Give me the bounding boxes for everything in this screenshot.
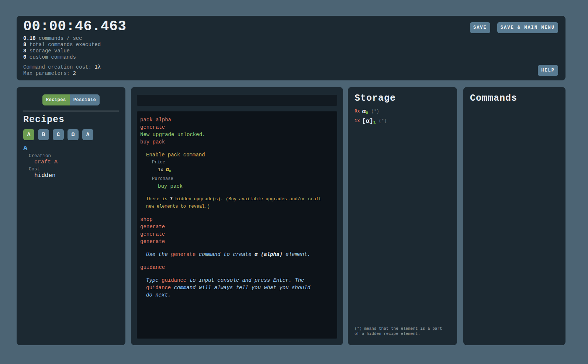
element-button-B[interactable]: B bbox=[38, 129, 49, 140]
console-input[interactable] bbox=[137, 95, 337, 106]
stat-line: 0 custom commands bbox=[23, 54, 101, 60]
stats-list: 0.18 commands / sec8 total commands exec… bbox=[23, 35, 101, 60]
stat-line: 8 total commands executed bbox=[23, 42, 101, 48]
timer: 00:00:46.463 bbox=[23, 18, 127, 34]
storage-items: 0xα0(*)1x[α]1(*) bbox=[354, 107, 457, 125]
tab-recipes[interactable]: Recipes bbox=[42, 94, 70, 105]
console-log-line: generate bbox=[140, 124, 337, 131]
console-log-line: Price bbox=[152, 159, 337, 166]
console-log-line: shop bbox=[140, 216, 337, 223]
stat-line: 3 storage value bbox=[23, 48, 101, 54]
recipes-panel: RecipesPossible Recipes ABCΩΛ A Creation… bbox=[17, 87, 125, 345]
element-button-Ω[interactable]: Ω bbox=[68, 129, 79, 140]
console-log-line: Type guidance to input console and press… bbox=[146, 277, 337, 284]
commands-heading: Commands bbox=[470, 93, 565, 104]
console-log-line: pack alpha bbox=[140, 116, 337, 124]
console-log-line: guidance bbox=[140, 264, 337, 271]
storage-item: 0xα0(*) bbox=[354, 107, 457, 116]
cost-value: hidden bbox=[34, 172, 125, 179]
meta-line: Command creation cost: 1λ bbox=[23, 64, 101, 70]
save-button[interactable]: SAVE bbox=[470, 22, 490, 33]
console-log-line: Enable pack command bbox=[146, 151, 337, 159]
creation-label: Creation bbox=[29, 153, 125, 159]
console-log-line: Purchase bbox=[152, 175, 337, 183]
console-log-line: generate bbox=[140, 238, 337, 245]
console-log-line: generate bbox=[140, 230, 337, 238]
console-log-line: Use the generate command to create α (al… bbox=[146, 251, 337, 258]
creation-value: craft A bbox=[34, 159, 125, 165]
recipe-name: A bbox=[23, 145, 125, 152]
element-button-Λ[interactable]: Λ bbox=[82, 129, 93, 140]
storage-item: 1x[α]1(*) bbox=[354, 117, 457, 125]
recipe-detail: A Creation craft A Cost hidden bbox=[17, 145, 125, 179]
console-log-line: new elements to reveal.) bbox=[146, 203, 337, 210]
element-buttons: ABCΩΛ bbox=[23, 129, 125, 140]
console-log-line: New upgrade unlocked. bbox=[140, 131, 337, 138]
console-log-line: guidance command will always tell you wh… bbox=[146, 284, 337, 291]
meta-line: Max parameters: 2 bbox=[23, 70, 101, 77]
console-log-line: buy pack bbox=[158, 183, 337, 190]
storage-heading: Storage bbox=[354, 93, 457, 104]
recipes-tabs: RecipesPossible bbox=[17, 94, 125, 105]
meta-list: Command creation cost: 1λMax parameters:… bbox=[23, 64, 101, 77]
console-log-line: buy pack bbox=[140, 138, 337, 146]
commands-panel: Commands bbox=[463, 87, 565, 345]
divider bbox=[23, 111, 119, 111]
tab-possible[interactable]: Possible bbox=[70, 94, 100, 105]
element-button-A[interactable]: A bbox=[23, 129, 34, 140]
stat-line: 0.18 commands / sec bbox=[23, 35, 101, 42]
top-buttons: SAVE SAVE & MAIN MENU bbox=[470, 22, 558, 33]
console-log-line: generate bbox=[140, 223, 337, 230]
console-log-line: 1x α0 bbox=[158, 166, 337, 175]
header-panel: 00:00:46.463 0.18 commands / sec8 total … bbox=[17, 16, 565, 80]
element-button-C[interactable]: C bbox=[53, 129, 64, 140]
recipes-heading: Recipes bbox=[23, 114, 125, 125]
storage-panel: Storage 0xα0(*)1x[α]1(*) (*) means that … bbox=[348, 87, 457, 345]
console-log-line: There is 7 hidden upgrade(s). (Buy avail… bbox=[146, 195, 337, 203]
cost-label: Cost bbox=[29, 167, 125, 172]
console-log: pack alphagenerateNew upgrade unlocked.b… bbox=[137, 111, 337, 339]
save-main-menu-button[interactable]: SAVE & MAIN MENU bbox=[497, 22, 558, 33]
help-button[interactable]: HELP bbox=[538, 65, 558, 76]
console-log-line: do next. bbox=[146, 291, 337, 299]
console-panel: pack alphagenerateNew upgrade unlocked.b… bbox=[131, 87, 343, 345]
storage-footnote: (*) means that the element is a partof a… bbox=[354, 326, 442, 336]
